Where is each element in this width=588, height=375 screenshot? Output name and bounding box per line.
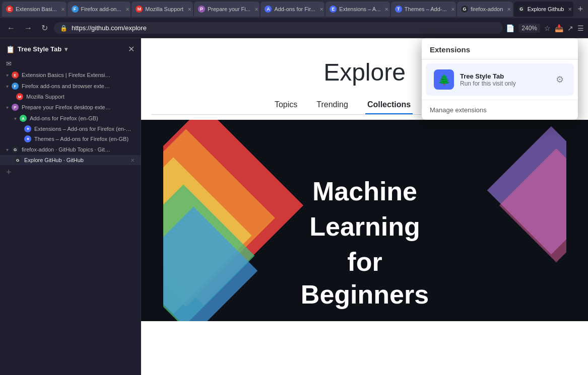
menu-icon[interactable]: ☰: [577, 24, 584, 32]
explore-banner: Machine Learning for Beginners: [141, 120, 588, 321]
tab-explore-github[interactable]: G Explore Github ✕: [514, 2, 574, 17]
banner-svg: Machine Learning for Beginners: [163, 120, 566, 321]
url-bar[interactable]: 🔒 https://github.com/explore: [54, 22, 503, 34]
popup-header: Extensions: [422, 38, 578, 59]
svg-text:for: for: [347, 247, 382, 276]
share-icon[interactable]: ↗: [567, 24, 573, 32]
tab-close-6[interactable]: ✕: [384, 7, 388, 12]
tab-label-1: Extension Basi...: [16, 6, 57, 12]
ext-tree-style-tab-icon: 🌲: [434, 69, 454, 90]
favicon-mozilla-support: M: [16, 93, 23, 100]
tab-close-4[interactable]: ✕: [254, 7, 258, 12]
tab-mozilla-support[interactable]: M Mozilla Support ✕: [132, 2, 193, 17]
sidebar-item-addons-firefox[interactable]: ▾ A Add-ons for Firefox (en-GB): [0, 113, 141, 124]
favicon-firefox-addon-github: G: [12, 146, 19, 153]
reader-icon[interactable]: 📄: [506, 24, 514, 32]
sidebar-close-button[interactable]: ✕: [128, 44, 135, 54]
tab-label-6: Extensions – A...: [339, 6, 380, 12]
nav-collections[interactable]: Collections: [365, 96, 413, 114]
tab-favicon-2: F: [72, 6, 79, 13]
forward-button[interactable]: →: [21, 22, 35, 35]
sidebar-item-close-explore[interactable]: ✕: [130, 158, 135, 163]
tab-firefox-addon-github[interactable]: G firefox-addon ✕: [457, 2, 513, 17]
tab-favicon-6: E: [330, 6, 337, 13]
sidebar: 📋 Tree Style Tab ▾ ✕ ✉ ▾ E Extension Bas…: [0, 38, 141, 375]
sidebar-header-left: 📋 Tree Style Tab ▾: [6, 45, 68, 53]
sidebar-label-firefox-addon-github: firefox-addon · GitHub Topics · GitHub: [22, 146, 112, 153]
tab-label-9: Explore Github: [528, 6, 564, 12]
sidebar-item-extension-basics[interactable]: ▾ E Extension Basics | Firefox Extension…: [0, 69, 141, 81]
sidebar-new-tab-button[interactable]: +: [0, 165, 141, 180]
svg-text:Beginners: Beginners: [300, 280, 428, 309]
sidebar-item-extensions-amo[interactable]: ✦ Extensions – Add-ons for Firefox (en-G…: [0, 124, 141, 134]
sidebar-label-firefox-addons: Firefox add-ons and browser extensions: [22, 83, 112, 89]
sidebar-mail-icon: ✉: [0, 58, 141, 69]
tab-favicon-9: G: [518, 6, 525, 13]
tab-bar: E Extension Basi... ✕ F Firefox add-on..…: [0, 0, 588, 18]
tab-addons-firefox[interactable]: A Add-ons for Fir... ✕: [260, 2, 324, 17]
sidebar-item-firefox-addons[interactable]: ▾ F Firefox add-ons and browser extensio…: [0, 81, 141, 92]
favicon-extension-basics: E: [12, 71, 19, 79]
ext-info: Tree Style Tab Run for this visit only: [460, 72, 548, 87]
sidebar-label-addons-firefox: Add-ons for Firefox (en-GB): [30, 115, 98, 121]
sidebar-item-mozilla-support[interactable]: M Mozilla Support: [0, 92, 141, 102]
sidebar-label-extensions-amo: Extensions – Add-ons for Firefox (en-GB): [34, 126, 135, 132]
tab-label-7: Themes – Add-...: [405, 6, 447, 12]
sidebar-logo: 📋: [6, 45, 15, 53]
sidebar-label-extension-basics: Extension Basics | Firefox Extension Wor…: [22, 72, 112, 78]
nav-topics[interactable]: Topics: [273, 96, 299, 114]
save-icon[interactable]: 📥: [555, 24, 563, 32]
lock-icon: 🔒: [60, 25, 68, 32]
tab-firefox-addons[interactable]: F Firefox add-on... ✕: [68, 2, 131, 17]
bookmark-icon[interactable]: ☆: [544, 24, 551, 32]
tab-label-4: Prepare your Fi...: [208, 6, 250, 12]
svg-text:Machine: Machine: [312, 177, 417, 206]
back-button[interactable]: ←: [4, 22, 18, 35]
tab-label-8: firefox-addon: [471, 6, 503, 12]
toolbar-right: 📄 240% ☆ 📥 ↗ ☰: [506, 24, 584, 33]
favicon-extensions-amo: ✦: [24, 125, 31, 132]
nav-trending[interactable]: Trending: [314, 96, 350, 114]
sidebar-label-explore-github: Explore GitHub · GitHub: [24, 157, 84, 163]
sidebar-label-prepare-firefox: Prepare your Firefox desktop extension f…: [22, 104, 112, 110]
reload-button[interactable]: ↻: [38, 21, 51, 35]
ext-settings-button[interactable]: ⚙: [554, 72, 566, 87]
collapse-icon-4: ▾: [6, 105, 9, 110]
tab-favicon-7: T: [395, 6, 402, 13]
tab-extensions[interactable]: E Extensions – A... ✕: [325, 2, 390, 17]
new-tab-button[interactable]: +: [574, 4, 586, 15]
tab-label-2: Firefox add-on...: [81, 6, 121, 12]
popup-extension-item[interactable]: 🌲 Tree Style Tab Run for this visit only…: [426, 63, 574, 96]
tab-close-3[interactable]: ✕: [187, 7, 191, 12]
tab-favicon-3: M: [136, 6, 143, 13]
manage-extensions-button[interactable]: Manage extensions: [422, 100, 578, 120]
sidebar-item-firefox-addon-github[interactable]: ▾ G firefox-addon · GitHub Topics · GitH…: [0, 144, 141, 155]
zoom-level: 240%: [518, 24, 540, 33]
url-value: https://github.com/explore: [72, 24, 147, 32]
tab-close-7[interactable]: ✕: [451, 7, 455, 12]
favicon-prepare-firefox: P: [12, 104, 19, 111]
tab-close-1[interactable]: ✕: [61, 7, 65, 12]
sidebar-item-themes-amo[interactable]: ✦ Themes – Add-ons for Firefox (en-GB): [0, 134, 141, 144]
extensions-popup: Extensions 🌲 Tree Style Tab Run for this…: [422, 38, 578, 120]
tab-themes[interactable]: T Themes – Add-... ✕: [391, 2, 456, 17]
tab-favicon-8: G: [461, 6, 468, 13]
sidebar-header: 📋 Tree Style Tab ▾ ✕: [0, 40, 141, 58]
tab-label-5: Add-ons for Fir...: [274, 6, 315, 12]
sidebar-chevron-icon[interactable]: ▾: [64, 46, 68, 53]
sidebar-item-explore-github[interactable]: G Explore GitHub · GitHub ✕: [0, 155, 141, 165]
tab-extension-basics[interactable]: E Extension Basi... ✕: [2, 2, 67, 17]
tab-close-2[interactable]: ✕: [125, 7, 129, 12]
tab-close-8[interactable]: ✕: [507, 7, 511, 12]
ext-name: Tree Style Tab: [460, 72, 548, 80]
tab-close-5[interactable]: ✕: [319, 7, 323, 12]
sidebar-item-prepare-firefox[interactable]: ▾ P Prepare your Firefox desktop extensi…: [0, 102, 141, 113]
sidebar-label-mozilla-support: Mozilla Support: [26, 94, 64, 100]
favicon-firefox-addons: F: [12, 83, 19, 90]
collapse-icon-8: ▾: [6, 147, 9, 153]
tab-close-9[interactable]: ✕: [568, 7, 572, 12]
ext-subtitle: Run for this visit only: [460, 80, 548, 87]
collapse-icon-1: ▾: [6, 72, 9, 78]
favicon-themes-amo: ✦: [24, 135, 31, 142]
tab-prepare-firefox[interactable]: P Prepare your Fi... ✕: [194, 2, 259, 17]
